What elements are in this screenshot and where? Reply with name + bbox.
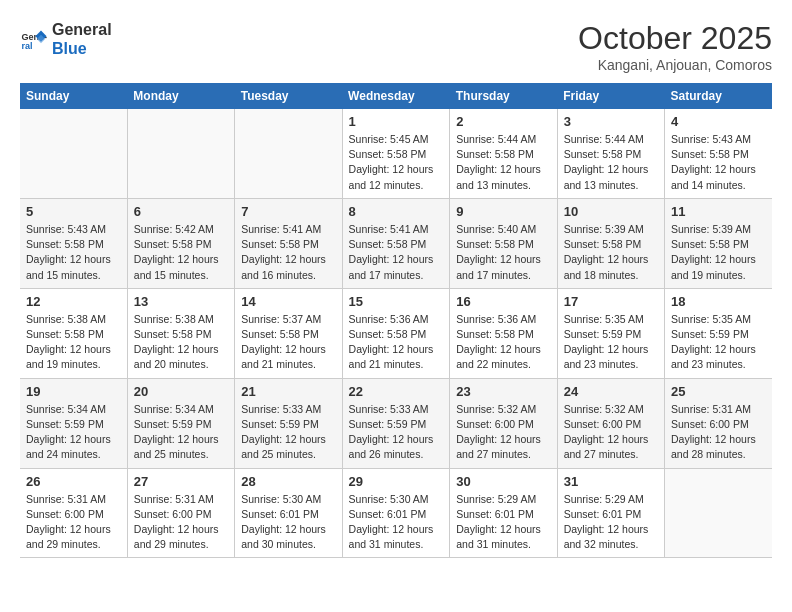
day-number: 21: [241, 384, 335, 399]
calendar-cell: 28Sunrise: 5:30 AM Sunset: 6:01 PM Dayli…: [235, 468, 342, 558]
day-info: Sunrise: 5:39 AM Sunset: 5:58 PM Dayligh…: [671, 222, 766, 283]
day-info: Sunrise: 5:41 AM Sunset: 5:58 PM Dayligh…: [241, 222, 335, 283]
day-number: 11: [671, 204, 766, 219]
calendar-body: 1Sunrise: 5:45 AM Sunset: 5:58 PM Daylig…: [20, 109, 772, 558]
calendar-cell: 16Sunrise: 5:36 AM Sunset: 5:58 PM Dayli…: [450, 288, 557, 378]
day-number: 24: [564, 384, 658, 399]
svg-text:ral: ral: [21, 41, 32, 51]
weekday-header-friday: Friday: [557, 83, 664, 109]
weekday-header-thursday: Thursday: [450, 83, 557, 109]
day-number: 9: [456, 204, 550, 219]
day-info: Sunrise: 5:30 AM Sunset: 6:01 PM Dayligh…: [349, 492, 444, 553]
page-header: Gene- ral General Blue October 2025 Kang…: [20, 20, 772, 73]
day-info: Sunrise: 5:32 AM Sunset: 6:00 PM Dayligh…: [456, 402, 550, 463]
calendar-cell: [127, 109, 234, 198]
weekday-header-tuesday: Tuesday: [235, 83, 342, 109]
calendar-cell: 5Sunrise: 5:43 AM Sunset: 5:58 PM Daylig…: [20, 198, 127, 288]
day-number: 30: [456, 474, 550, 489]
calendar-cell: [665, 468, 773, 558]
day-number: 5: [26, 204, 121, 219]
day-info: Sunrise: 5:31 AM Sunset: 6:00 PM Dayligh…: [671, 402, 766, 463]
day-number: 31: [564, 474, 658, 489]
calendar-cell: 12Sunrise: 5:38 AM Sunset: 5:58 PM Dayli…: [20, 288, 127, 378]
calendar-cell: 9Sunrise: 5:40 AM Sunset: 5:58 PM Daylig…: [450, 198, 557, 288]
day-number: 3: [564, 114, 658, 129]
day-number: 2: [456, 114, 550, 129]
day-number: 10: [564, 204, 658, 219]
day-number: 14: [241, 294, 335, 309]
day-info: Sunrise: 5:36 AM Sunset: 5:58 PM Dayligh…: [456, 312, 550, 373]
location-subtitle: Kangani, Anjouan, Comoros: [578, 57, 772, 73]
day-number: 16: [456, 294, 550, 309]
weekday-header-saturday: Saturday: [665, 83, 773, 109]
calendar-cell: 13Sunrise: 5:38 AM Sunset: 5:58 PM Dayli…: [127, 288, 234, 378]
day-number: 22: [349, 384, 444, 399]
logo-line2: Blue: [52, 39, 112, 58]
calendar-cell: 17Sunrise: 5:35 AM Sunset: 5:59 PM Dayli…: [557, 288, 664, 378]
title-block: October 2025 Kangani, Anjouan, Comoros: [578, 20, 772, 73]
calendar-header-row: SundayMondayTuesdayWednesdayThursdayFrid…: [20, 83, 772, 109]
day-info: Sunrise: 5:32 AM Sunset: 6:00 PM Dayligh…: [564, 402, 658, 463]
calendar-cell: 22Sunrise: 5:33 AM Sunset: 5:59 PM Dayli…: [342, 378, 450, 468]
calendar-cell: 10Sunrise: 5:39 AM Sunset: 5:58 PM Dayli…: [557, 198, 664, 288]
calendar-week-2: 5Sunrise: 5:43 AM Sunset: 5:58 PM Daylig…: [20, 198, 772, 288]
calendar-table: SundayMondayTuesdayWednesdayThursdayFrid…: [20, 83, 772, 558]
day-info: Sunrise: 5:44 AM Sunset: 5:58 PM Dayligh…: [456, 132, 550, 193]
weekday-header-monday: Monday: [127, 83, 234, 109]
day-info: Sunrise: 5:43 AM Sunset: 5:58 PM Dayligh…: [671, 132, 766, 193]
day-info: Sunrise: 5:33 AM Sunset: 5:59 PM Dayligh…: [241, 402, 335, 463]
day-info: Sunrise: 5:36 AM Sunset: 5:58 PM Dayligh…: [349, 312, 444, 373]
calendar-cell: 1Sunrise: 5:45 AM Sunset: 5:58 PM Daylig…: [342, 109, 450, 198]
calendar-week-1: 1Sunrise: 5:45 AM Sunset: 5:58 PM Daylig…: [20, 109, 772, 198]
weekday-header-wednesday: Wednesday: [342, 83, 450, 109]
calendar-cell: 3Sunrise: 5:44 AM Sunset: 5:58 PM Daylig…: [557, 109, 664, 198]
day-number: 17: [564, 294, 658, 309]
day-info: Sunrise: 5:31 AM Sunset: 6:00 PM Dayligh…: [134, 492, 228, 553]
day-number: 19: [26, 384, 121, 399]
day-number: 27: [134, 474, 228, 489]
month-title: October 2025: [578, 20, 772, 57]
day-info: Sunrise: 5:35 AM Sunset: 5:59 PM Dayligh…: [671, 312, 766, 373]
day-number: 4: [671, 114, 766, 129]
calendar-cell: 30Sunrise: 5:29 AM Sunset: 6:01 PM Dayli…: [450, 468, 557, 558]
day-number: 15: [349, 294, 444, 309]
day-info: Sunrise: 5:35 AM Sunset: 5:59 PM Dayligh…: [564, 312, 658, 373]
day-info: Sunrise: 5:40 AM Sunset: 5:58 PM Dayligh…: [456, 222, 550, 283]
day-info: Sunrise: 5:38 AM Sunset: 5:58 PM Dayligh…: [26, 312, 121, 373]
logo-line1: General: [52, 20, 112, 39]
day-info: Sunrise: 5:34 AM Sunset: 5:59 PM Dayligh…: [134, 402, 228, 463]
day-info: Sunrise: 5:33 AM Sunset: 5:59 PM Dayligh…: [349, 402, 444, 463]
calendar-cell: 20Sunrise: 5:34 AM Sunset: 5:59 PM Dayli…: [127, 378, 234, 468]
day-info: Sunrise: 5:38 AM Sunset: 5:58 PM Dayligh…: [134, 312, 228, 373]
weekday-header-sunday: Sunday: [20, 83, 127, 109]
calendar-cell: 4Sunrise: 5:43 AM Sunset: 5:58 PM Daylig…: [665, 109, 773, 198]
calendar-cell: 15Sunrise: 5:36 AM Sunset: 5:58 PM Dayli…: [342, 288, 450, 378]
day-number: 7: [241, 204, 335, 219]
calendar-cell: 21Sunrise: 5:33 AM Sunset: 5:59 PM Dayli…: [235, 378, 342, 468]
calendar-cell: [20, 109, 127, 198]
calendar-cell: 29Sunrise: 5:30 AM Sunset: 6:01 PM Dayli…: [342, 468, 450, 558]
day-number: 28: [241, 474, 335, 489]
day-number: 18: [671, 294, 766, 309]
calendar-cell: 8Sunrise: 5:41 AM Sunset: 5:58 PM Daylig…: [342, 198, 450, 288]
day-number: 29: [349, 474, 444, 489]
day-info: Sunrise: 5:45 AM Sunset: 5:58 PM Dayligh…: [349, 132, 444, 193]
logo: Gene- ral General Blue: [20, 20, 112, 58]
calendar-cell: 25Sunrise: 5:31 AM Sunset: 6:00 PM Dayli…: [665, 378, 773, 468]
day-info: Sunrise: 5:41 AM Sunset: 5:58 PM Dayligh…: [349, 222, 444, 283]
calendar-week-3: 12Sunrise: 5:38 AM Sunset: 5:58 PM Dayli…: [20, 288, 772, 378]
day-info: Sunrise: 5:37 AM Sunset: 5:58 PM Dayligh…: [241, 312, 335, 373]
calendar-week-4: 19Sunrise: 5:34 AM Sunset: 5:59 PM Dayli…: [20, 378, 772, 468]
day-info: Sunrise: 5:39 AM Sunset: 5:58 PM Dayligh…: [564, 222, 658, 283]
day-info: Sunrise: 5:34 AM Sunset: 5:59 PM Dayligh…: [26, 402, 121, 463]
calendar-cell: 31Sunrise: 5:29 AM Sunset: 6:01 PM Dayli…: [557, 468, 664, 558]
day-info: Sunrise: 5:44 AM Sunset: 5:58 PM Dayligh…: [564, 132, 658, 193]
day-info: Sunrise: 5:43 AM Sunset: 5:58 PM Dayligh…: [26, 222, 121, 283]
day-number: 8: [349, 204, 444, 219]
calendar-cell: [235, 109, 342, 198]
calendar-cell: 14Sunrise: 5:37 AM Sunset: 5:58 PM Dayli…: [235, 288, 342, 378]
calendar-cell: 6Sunrise: 5:42 AM Sunset: 5:58 PM Daylig…: [127, 198, 234, 288]
day-number: 13: [134, 294, 228, 309]
calendar-cell: 7Sunrise: 5:41 AM Sunset: 5:58 PM Daylig…: [235, 198, 342, 288]
calendar-week-5: 26Sunrise: 5:31 AM Sunset: 6:00 PM Dayli…: [20, 468, 772, 558]
